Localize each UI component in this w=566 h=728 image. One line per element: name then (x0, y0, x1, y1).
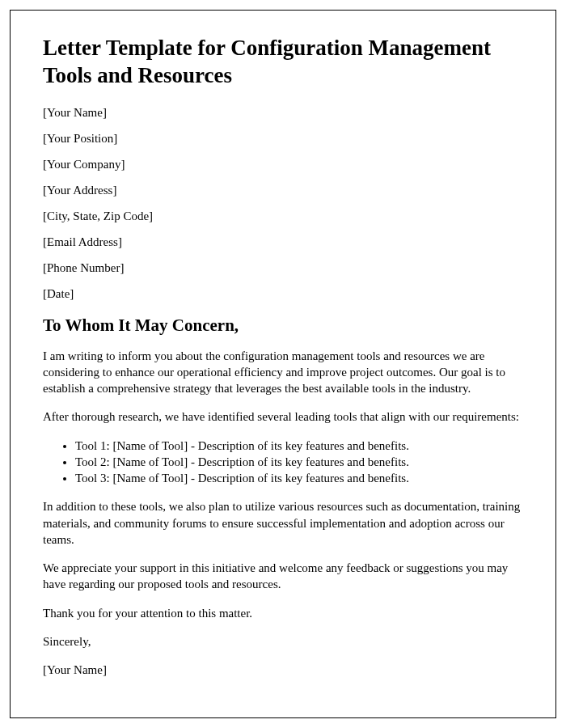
list-item: Tool 3: [Name of Tool] - Description of … (75, 470, 523, 486)
field-name: [Your Name] (43, 106, 523, 120)
field-email: [Email Address] (43, 235, 523, 249)
field-phone: [Phone Number] (43, 261, 523, 275)
paragraph-thanks: Thank you for your attention to this mat… (43, 605, 523, 621)
paragraph-feedback: We appreciate your support in this initi… (43, 560, 523, 593)
closing: Sincerely, (43, 633, 523, 650)
document-page: Letter Template for Configuration Manage… (10, 10, 556, 718)
signature: [Your Name] (43, 662, 523, 678)
field-company: [Your Company] (43, 158, 523, 171)
tools-list: Tool 1: [Name of Tool] - Description of … (75, 438, 523, 487)
list-item: Tool 2: [Name of Tool] - Description of … (75, 454, 523, 470)
paragraph-intro: I am writing to inform you about the con… (43, 348, 523, 397)
document-title: Letter Template for Configuration Manage… (43, 35, 523, 90)
field-position: [Your Position] (43, 132, 523, 146)
paragraph-resources: In addition to these tools, we also plan… (43, 498, 523, 548)
paragraph-tools-intro: After thorough research, we have identif… (43, 408, 523, 425)
field-date: [Date] (43, 287, 523, 301)
field-city-state-zip: [City, State, Zip Code] (43, 210, 523, 223)
salutation: To Whom It May Concern, (43, 315, 523, 336)
field-address: [Your Address] (43, 184, 523, 197)
list-item: Tool 1: [Name of Tool] - Description of … (75, 438, 523, 454)
